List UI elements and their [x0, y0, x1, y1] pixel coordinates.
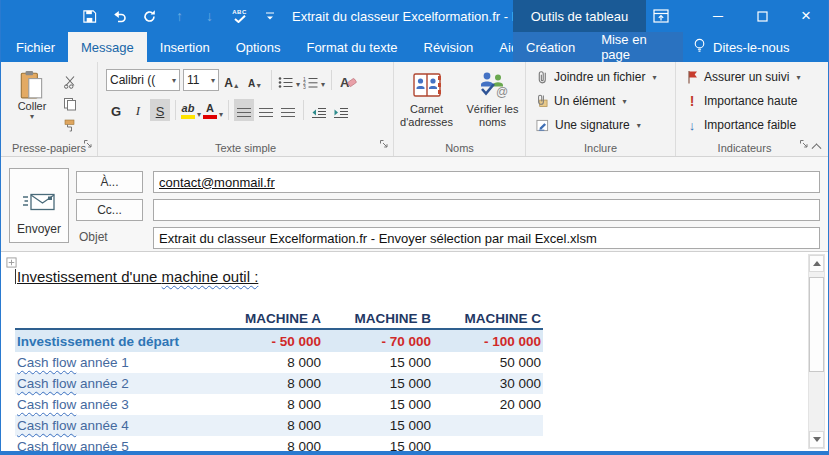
group-label-texte-simple: Texte simple [215, 142, 276, 154]
high-importance-label: Importance haute [704, 94, 797, 108]
group-label-presse-papiers: Presse-papiers [12, 142, 86, 154]
tab-options[interactable]: Options [223, 32, 294, 62]
underline-button[interactable]: S [150, 99, 170, 121]
redo-icon[interactable] [141, 8, 158, 25]
font-color-button[interactable]: A▾ [203, 99, 223, 121]
tab-insertion[interactable]: Insertion [147, 32, 223, 62]
cc-input[interactable] [153, 199, 820, 221]
spelling-icon[interactable]: ABC [231, 8, 248, 25]
table-header-row: MACHINE A MACHINE B MACHINE C [15, 308, 543, 330]
cc-button[interactable]: Cc... [76, 199, 143, 221]
subject-input[interactable] [153, 227, 820, 249]
scroll-up-button[interactable] [809, 255, 824, 272]
previous-item-icon: ↑ [171, 8, 188, 25]
decrease-indent-button[interactable] [309, 99, 329, 121]
dialog-launcher-icon[interactable] [83, 135, 93, 153]
cut-icon[interactable] [61, 74, 79, 90]
grow-font-button[interactable]: A▲ [222, 69, 242, 91]
low-importance-label: Importance faible [704, 118, 796, 132]
save-icon[interactable] [81, 8, 98, 25]
message-body[interactable]: Investissement d'une machine outil : MAC… [1, 252, 828, 451]
tab-mise-en-page[interactable]: Mise en page [588, 32, 683, 62]
table-row: Cash flow année 1 8 000 15 000 50 000 [15, 352, 543, 373]
align-right-button[interactable] [278, 99, 298, 121]
tab-message[interactable]: Message [68, 32, 147, 62]
group-texte-simple: Calibri ((▾ 11▾ A▲ A▼ ▾ 123 ▾ A G I [98, 62, 394, 156]
signature-button[interactable]: Une signature▾ [536, 116, 675, 134]
address-book-icon [410, 71, 444, 99]
align-center-button[interactable] [256, 99, 276, 121]
clear-formatting-button[interactable]: A [338, 69, 358, 91]
to-input[interactable] [153, 171, 820, 193]
attach-item-button[interactable]: Un élément▾ [536, 92, 675, 110]
send-button[interactable]: Envoyer [9, 168, 69, 243]
vertical-scrollbar[interactable] [808, 254, 825, 449]
group-label-indicateurs: Indicateurs [718, 142, 772, 154]
dialog-launcher-icon[interactable] [799, 135, 809, 153]
numbering-button[interactable]: 123 ▾ [303, 69, 325, 91]
table-row: Cash flow année 3 8 000 15 000 20 000 [15, 394, 543, 415]
bold-button[interactable]: G [106, 99, 126, 121]
outlook-message-window: ↑ ↓ ABC Extrait du classeur Excelformati… [0, 0, 829, 455]
send-label: Envoyer [17, 222, 61, 236]
group-inclure: Joindre un fichier▾ Un élément▾ Une sign… [526, 62, 676, 156]
italic-button[interactable]: I [128, 99, 148, 121]
check-names-icon: @ [477, 71, 509, 99]
scroll-down-button[interactable] [809, 431, 824, 448]
follow-up-label: Assurer un suivi [704, 70, 789, 84]
ribbon: Coller ▾ Presse-papiers [1, 62, 828, 157]
clipboard-icon [19, 70, 45, 100]
collapse-ribbon-icon[interactable] [813, 142, 822, 151]
font-size-select[interactable]: 11▾ [183, 69, 219, 91]
flag-icon [686, 70, 698, 84]
scrollbar-thumb[interactable] [809, 277, 824, 372]
tab-format-du-texte[interactable]: Format du texte [293, 32, 410, 62]
group-indicateurs: Assurer un suivi▾ ! Importance haute ↓ I… [676, 62, 827, 156]
attach-file-label: Joindre un fichier [554, 70, 645, 84]
close-button[interactable]: × [784, 0, 828, 32]
ribbon-display-options-icon[interactable] [646, 0, 676, 32]
paperclip-icon [536, 70, 548, 85]
signature-label: Une signature [555, 118, 630, 132]
format-painter-icon[interactable] [61, 118, 79, 134]
lightbulb-icon [693, 38, 706, 56]
group-label-noms: Noms [445, 142, 474, 154]
tab-revision[interactable]: Révision [411, 32, 487, 62]
bullets-button[interactable]: ▾ [278, 69, 300, 91]
send-envelope-icon [22, 192, 56, 212]
maximize-button[interactable] [740, 0, 784, 32]
table-row: Cash flow année 5 8 000 15 000 [15, 436, 543, 451]
subject-label: Objet [79, 230, 108, 244]
tab-fichier[interactable]: Fichier [1, 32, 68, 62]
high-importance-button[interactable]: ! Importance haute [686, 92, 827, 110]
shrink-font-button[interactable]: A▼ [245, 69, 265, 91]
copy-icon[interactable] [61, 96, 79, 112]
quick-access-toolbar: ↑ ↓ ABC [1, 8, 278, 25]
attach-file-button[interactable]: Joindre un fichier▾ [536, 68, 675, 86]
undo-icon[interactable] [111, 8, 128, 25]
high-importance-icon: ! [686, 93, 698, 109]
svg-text:@: @ [496, 85, 508, 99]
dialog-launcher-icon[interactable] [379, 135, 389, 153]
table-tools-contextual-header: Outils de tableau [513, 0, 646, 32]
highlight-color-button[interactable]: ab▾ [181, 99, 201, 121]
group-label-inclure: Inclure [584, 142, 617, 154]
font-name-select[interactable]: Calibri ((▾ [106, 69, 180, 91]
tell-me-control[interactable]: Dites-le-nous [693, 32, 790, 62]
table-row: Investissement de départ - 50 000 - 70 0… [15, 330, 543, 352]
to-button[interactable]: À... [76, 171, 143, 193]
table-row: Cash flow année 4 8 000 15 000 [15, 415, 543, 436]
contextual-tabs: Création Mise en page [513, 32, 683, 62]
svg-text:3: 3 [303, 84, 306, 89]
tab-creation[interactable]: Création [513, 32, 588, 62]
align-left-button[interactable] [234, 99, 254, 121]
investment-table: MACHINE A MACHINE B MACHINE C Investisse… [15, 308, 543, 451]
low-importance-button[interactable]: ↓ Importance faible [686, 116, 827, 134]
paste-dropdown-caret[interactable]: ▾ [30, 112, 34, 121]
tell-me-label: Dites-le-nous [713, 40, 790, 55]
paste-label: Coller [18, 100, 47, 112]
customize-qat-icon[interactable] [261, 8, 278, 25]
minimize-button[interactable]: ─ [696, 0, 740, 32]
follow-up-button[interactable]: Assurer un suivi▾ [686, 68, 827, 86]
increase-indent-button[interactable] [331, 99, 351, 121]
